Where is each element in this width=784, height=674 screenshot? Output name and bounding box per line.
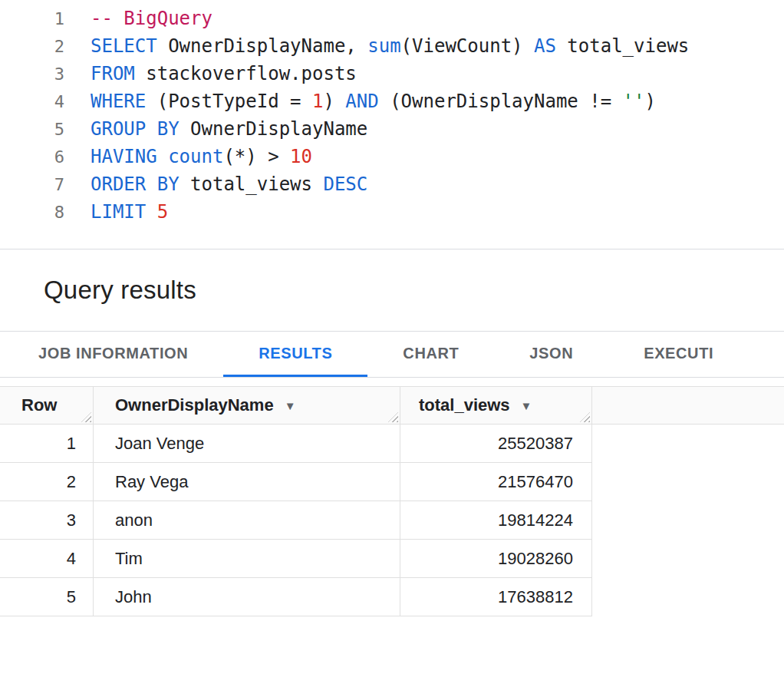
code-text: GROUP BY OwnerDisplayName bbox=[64, 118, 367, 140]
code-text: FROM stackoverflow.posts bbox=[64, 63, 357, 84]
total-views-cell: 17638812 bbox=[400, 578, 592, 616]
results-table: Row OwnerDisplayName ▼ total_views ▼ 1Jo… bbox=[0, 386, 784, 616]
code-text: WHERE (PostTypeId = 1) AND (OwnerDisplay… bbox=[64, 91, 656, 112]
query-results-header: Query results bbox=[0, 249, 784, 332]
sql-editor[interactable]: 1-- BigQuery2SELECT OwnerDisplayName, su… bbox=[0, 0, 784, 249]
owner-display-name-cell: anon bbox=[94, 501, 400, 540]
results-tabs: JOB INFORMATION RESULTS CHART JSON EXECU… bbox=[0, 332, 784, 378]
table-row: 4Tim19028260 bbox=[0, 540, 784, 578]
table-row: 3anon19814224 bbox=[0, 501, 784, 540]
column-header-total-views: total_views ▼ bbox=[400, 387, 592, 424]
column-header-views-label: total_views bbox=[419, 395, 510, 415]
code-text: HAVING count(*) > 10 bbox=[64, 146, 312, 167]
row-number-cell: 5 bbox=[0, 578, 94, 616]
line-number: 7 bbox=[0, 175, 64, 194]
views-column-resize-handle[interactable] bbox=[580, 412, 590, 422]
owner-display-name-cell: Joan Venge bbox=[94, 425, 400, 463]
filler-cell bbox=[592, 578, 784, 616]
column-header-ownerdisplayname: OwnerDisplayName ▼ bbox=[94, 387, 400, 424]
table-row: 1Joan Venge25520387 bbox=[0, 425, 784, 463]
filler-cell bbox=[592, 463, 784, 501]
column-header-row-label: Row bbox=[21, 395, 57, 415]
line-number: 2 bbox=[0, 37, 64, 56]
total-views-cell: 19028260 bbox=[400, 540, 592, 578]
total-views-cell: 25520387 bbox=[400, 425, 592, 463]
table-row: 5John17638812 bbox=[0, 578, 784, 616]
row-number-cell: 2 bbox=[0, 463, 94, 501]
query-results-title: Query results bbox=[44, 276, 196, 305]
line-number: 6 bbox=[0, 147, 64, 167]
code-line[interactable]: 4WHERE (PostTypeId = 1) AND (OwnerDispla… bbox=[0, 88, 784, 115]
total-views-cell: 19814224 bbox=[400, 501, 592, 540]
results-table-body: 1Joan Venge255203872Ray Vega215764703ano… bbox=[0, 425, 784, 616]
code-line[interactable]: 3FROM stackoverflow.posts bbox=[0, 60, 784, 88]
code-line[interactable]: 6HAVING count(*) > 10 bbox=[0, 143, 784, 170]
line-number: 4 bbox=[0, 92, 64, 111]
table-row: 2Ray Vega21576470 bbox=[0, 463, 784, 501]
owner-display-name-cell: Ray Vega bbox=[94, 463, 400, 501]
row-number-cell: 3 bbox=[0, 501, 94, 540]
filler-cell bbox=[592, 425, 784, 463]
filler-cell bbox=[592, 540, 784, 578]
tab-execution-details[interactable]: EXECUTI bbox=[608, 332, 749, 377]
code-text: LIMIT 5 bbox=[64, 201, 168, 223]
line-number: 3 bbox=[0, 64, 64, 84]
code-text: SELECT OwnerDisplayName, sum(ViewCount) … bbox=[64, 35, 689, 57]
results-table-header: Row OwnerDisplayName ▼ total_views ▼ bbox=[0, 386, 784, 425]
column-header-filler bbox=[592, 387, 784, 424]
line-number: 1 bbox=[0, 9, 64, 28]
tab-job-information[interactable]: JOB INFORMATION bbox=[3, 332, 223, 377]
row-column-resize-handle[interactable] bbox=[81, 412, 91, 422]
line-number: 5 bbox=[0, 120, 64, 139]
tab-results[interactable]: RESULTS bbox=[223, 332, 367, 377]
views-column-menu-icon[interactable]: ▼ bbox=[521, 399, 532, 412]
owner-display-name-cell: Tim bbox=[94, 540, 400, 578]
code-line[interactable]: 7ORDER BY total_views DESC bbox=[0, 170, 784, 198]
code-line[interactable]: 8LIMIT 5 bbox=[0, 198, 784, 226]
code-line[interactable]: 2SELECT OwnerDisplayName, sum(ViewCount)… bbox=[0, 32, 784, 60]
tab-chart[interactable]: CHART bbox=[367, 332, 494, 377]
code-line[interactable]: 1-- BigQuery bbox=[0, 5, 784, 32]
column-header-row: Row bbox=[0, 387, 94, 424]
line-number: 8 bbox=[0, 203, 64, 222]
total-views-cell: 21576470 bbox=[400, 463, 592, 501]
owner-column-resize-handle[interactable] bbox=[388, 412, 398, 422]
owner-column-menu-icon[interactable]: ▼ bbox=[285, 399, 296, 412]
filler-cell bbox=[592, 501, 784, 540]
row-number-cell: 1 bbox=[0, 425, 94, 463]
owner-display-name-cell: John bbox=[94, 578, 400, 616]
column-header-owner-label: OwnerDisplayName bbox=[115, 395, 274, 415]
tab-json[interactable]: JSON bbox=[494, 332, 608, 377]
code-line[interactable]: 5GROUP BY OwnerDisplayName bbox=[0, 115, 784, 143]
code-text: ORDER BY total_views DESC bbox=[64, 173, 367, 195]
code-text: -- BigQuery bbox=[64, 8, 212, 29]
row-number-cell: 4 bbox=[0, 540, 94, 578]
